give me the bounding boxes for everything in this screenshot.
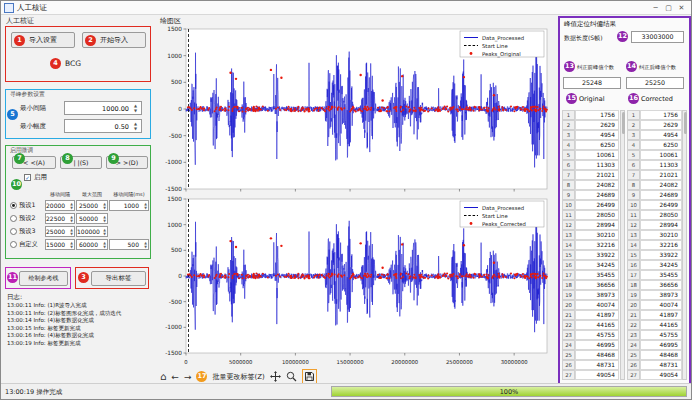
minimize-button[interactable]: ─ [649,4,662,12]
corrected-value-cell[interactable]: 41897 [640,310,682,320]
original-value-cell[interactable]: 2629 [575,120,619,130]
original-value-cell[interactable]: 24689 [575,190,619,200]
corrected-value-cell[interactable]: 46995 [640,340,682,350]
original-value-cell[interactable]: 48731 [575,360,619,370]
preset-value-input[interactable]: 500▲▼ [109,239,149,250]
corrected-value-cell[interactable]: 49054 [640,370,682,380]
preset-value-input[interactable]: 20000▲▼ [45,200,75,211]
original-table-scrollbar[interactable] [620,110,625,380]
corrected-value-cell[interactable]: 11303 [640,160,682,170]
scrollbar-thumb[interactable] [684,112,687,134]
original-value-cell[interactable]: 32216 [575,240,619,250]
scrollbar-thumb[interactable] [622,112,625,134]
radio-icon[interactable] [10,241,17,248]
original-value-cell[interactable]: 11303 [575,160,619,170]
preset-radio-option[interactable]: 预设1 [10,201,44,210]
corrected-value-cell[interactable]: 33922 [640,250,682,260]
corrected-value-cell[interactable]: 28050 [640,210,682,220]
original-value-cell[interactable]: 24082 [575,180,619,190]
radio-icon[interactable] [10,215,17,222]
preset-value-input[interactable]: 25000▲▼ [76,200,108,211]
close-button[interactable]: ✕ [675,4,688,12]
original-value-cell[interactable]: 36656 [575,280,619,290]
corrected-value-cell[interactable]: 38973 [640,290,682,300]
spinner-arrows-icon[interactable]: ▲▼ [131,103,140,113]
radio-icon[interactable] [10,202,17,209]
corrected-value-cell[interactable]: 24689 [640,190,682,200]
corrected-value-cell[interactable]: 21021 [640,170,682,180]
original-value-cell[interactable]: 28050 [575,210,619,220]
corrected-value-cell[interactable]: 24082 [640,180,682,190]
preset-radio-option[interactable]: 自定义 [10,240,44,249]
corrected-value-cell[interactable]: 35455 [640,270,682,280]
corrected-value-cell[interactable]: 36656 [640,280,682,290]
min-interval-input[interactable]: 1000.00 ▲▼ [64,101,142,115]
original-value-cell[interactable]: 40074 [575,300,619,310]
batch-edit-labels-button[interactable]: 批量更改标签(Z) [212,372,264,382]
home-icon[interactable]: ⌂ [160,371,166,383]
preset-row: 预设325000▲▼100000▲▼ [10,225,150,238]
original-value-cell[interactable]: 21021 [575,170,619,180]
preset-value-input[interactable]: 25000▲▼ [45,226,75,237]
after-count-label: 纠正后峰值个数 [639,64,676,71]
preset-value-input[interactable]: 15000▲▼ [45,239,75,250]
original-value-cell[interactable]: 41897 [575,310,619,320]
corrected-value-cell[interactable]: 48731 [640,360,682,370]
draw-reference-line-button[interactable]: 绘制参考线 [19,271,68,286]
corrected-table[interactable]: 1175622629349544625051006161130372102182… [627,110,682,380]
signal-chart-top[interactable]: 150010005000-500-1000-1500Data_Processed… [159,26,551,194]
original-value-cell[interactable]: 38973 [575,290,619,300]
corrected-value-cell[interactable]: 1756 [640,110,682,120]
corrected-value-cell[interactable]: 30210 [640,230,682,240]
preset-value-input[interactable]: 100000▲▼ [76,226,108,237]
corrected-value-cell[interactable]: 32216 [640,240,682,250]
original-value-cell[interactable]: 46995 [575,340,619,350]
corrected-value-cell[interactable]: 28994 [640,220,682,230]
original-value-cell[interactable]: 45755 [575,330,619,340]
forward-icon[interactable]: → [184,371,192,383]
corrected-value-cell[interactable]: 2629 [640,120,682,130]
corrected-value-cell[interactable]: 10061 [640,150,682,160]
original-value-cell[interactable]: 1756 [575,110,619,120]
corrected-value-cell[interactable]: 6250 [640,140,682,150]
corrected-value-cell[interactable]: 4954 [640,130,682,140]
pan-icon[interactable] [270,371,281,382]
original-value-cell[interactable]: 10061 [575,150,619,160]
corrected-value-cell[interactable]: 45755 [640,330,682,340]
original-value-cell[interactable]: 34245 [575,260,619,270]
preset-value-input[interactable]: 50000▲▼ [76,213,108,224]
min-amplitude-input[interactable]: 0.50 ▲▼ [64,119,142,133]
spinner-arrows-icon[interactable]: ▲▼ [131,121,140,131]
maximize-button[interactable]: ▢ [662,4,675,12]
original-table[interactable]: 1175622629349544625051006161130372102182… [562,110,619,380]
signal-chart-bottom[interactable]: 150010005000-500-1000-150005000000100000… [159,196,551,366]
preset-value-input[interactable]: 22500▲▼ [45,213,75,224]
corrected-value-cell[interactable]: 44165 [640,320,682,330]
corrected-value-cell[interactable]: 34245 [640,260,682,270]
preset-radio-option[interactable]: 预设3 [10,227,44,236]
original-value-cell[interactable]: 30210 [575,230,619,240]
original-value-cell[interactable]: 28994 [575,220,619,230]
original-value-cell[interactable]: 33922 [575,250,619,260]
export-labels-button[interactable]: 导出标签 [91,271,146,286]
original-value-cell[interactable]: 48468 [575,350,619,360]
corrected-value-cell[interactable]: 48468 [640,350,682,360]
save-figure-icon[interactable] [302,369,317,384]
preset-value-input[interactable]: 60000▲▼ [76,239,108,250]
original-value-cell[interactable]: 26499 [575,200,619,210]
zoom-icon[interactable] [286,371,297,382]
original-value-cell[interactable]: 6250 [575,140,619,150]
radio-icon[interactable] [10,228,17,235]
table-row: 721021 [627,170,682,180]
corrected-table-scrollbar[interactable] [682,110,687,380]
original-value-cell[interactable]: 44165 [575,320,619,330]
preset-value-input[interactable]: 1000▲▼ [109,200,149,211]
corrected-value-cell[interactable]: 26499 [640,200,682,210]
back-icon[interactable]: ← [171,371,179,383]
original-value-cell[interactable]: 35455 [575,270,619,280]
corrected-value-cell[interactable]: 40074 [640,300,682,310]
enable-checkbox[interactable]: ✓ [24,174,31,181]
original-value-cell[interactable]: 49054 [575,370,619,380]
original-value-cell[interactable]: 4954 [575,130,619,140]
preset-radio-option[interactable]: 预设2 [10,214,44,223]
